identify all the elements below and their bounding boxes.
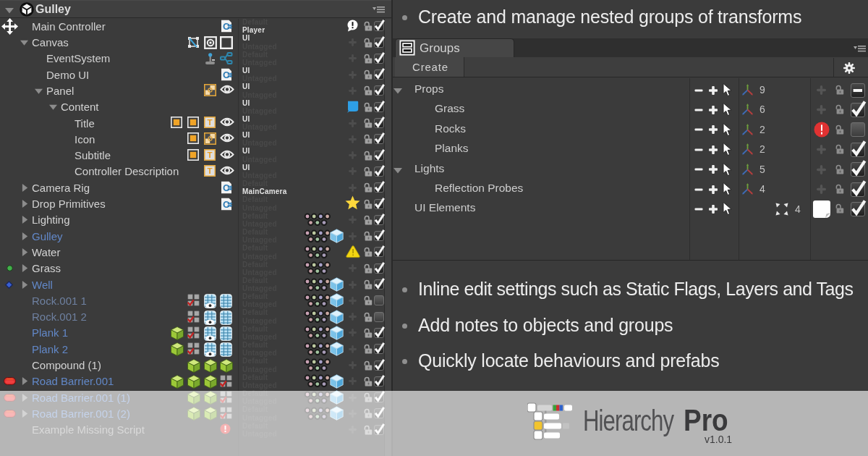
svg-text:T: T — [207, 166, 212, 175]
svg-text:T: T — [207, 151, 212, 159]
svg-text:T: T — [207, 118, 212, 127]
